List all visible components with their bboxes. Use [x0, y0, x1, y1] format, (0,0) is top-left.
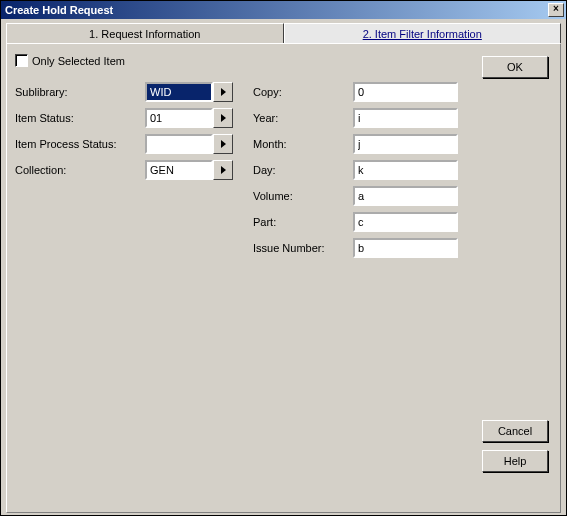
titlebar: Create Hold Request ×: [1, 1, 566, 19]
help-button-label: Help: [504, 455, 527, 467]
help-button[interactable]: Help: [482, 450, 548, 472]
copy-label: Copy:: [253, 86, 282, 98]
ok-button[interactable]: OK: [482, 56, 548, 78]
issue-number-input[interactable]: [353, 238, 458, 258]
day-input[interactable]: [353, 160, 458, 180]
only-selected-item-row: Only Selected Item: [15, 54, 552, 67]
tab-item-filter-information[interactable]: 2. Item Filter Information: [284, 23, 562, 43]
cancel-button[interactable]: Cancel: [482, 420, 548, 442]
close-icon[interactable]: ×: [548, 3, 564, 17]
collection-label: Collection:: [15, 164, 66, 176]
sublibrary-input[interactable]: [145, 82, 213, 102]
sublibrary-picker-button[interactable]: [213, 82, 233, 102]
sublibrary-label: Sublibrary:: [15, 86, 68, 98]
form-panel: Only Selected Item Sublibrary: Item Stat…: [6, 43, 561, 513]
part-label: Part:: [253, 216, 276, 228]
copy-input[interactable]: [353, 82, 458, 102]
item-status-label: Item Status:: [15, 112, 74, 124]
issue-number-label: Issue Number:: [253, 242, 325, 254]
only-selected-item-label: Only Selected Item: [32, 55, 125, 67]
cancel-button-label: Cancel: [498, 425, 532, 437]
tab-bar: 1. Request Information 2. Item Filter In…: [6, 23, 561, 43]
item-status-input[interactable]: [145, 108, 213, 128]
item-status-picker-button[interactable]: [213, 108, 233, 128]
year-input[interactable]: [353, 108, 458, 128]
month-label: Month:: [253, 138, 287, 150]
item-process-status-input[interactable]: [145, 134, 213, 154]
month-input[interactable]: [353, 134, 458, 154]
window-title: Create Hold Request: [3, 4, 113, 16]
part-input[interactable]: [353, 212, 458, 232]
create-hold-request-window: Create Hold Request × 1. Request Informa…: [0, 0, 567, 516]
day-label: Day:: [253, 164, 276, 176]
tab-label: 2. Item Filter Information: [363, 28, 482, 40]
collection-picker-button[interactable]: [213, 160, 233, 180]
only-selected-item-checkbox[interactable]: [15, 54, 28, 67]
item-process-status-picker-button[interactable]: [213, 134, 233, 154]
volume-label: Volume:: [253, 190, 293, 202]
bottom-button-stack: Cancel Help: [482, 420, 548, 472]
volume-input[interactable]: [353, 186, 458, 206]
tab-label: 1. Request Information: [89, 28, 200, 40]
ok-button-label: OK: [507, 61, 523, 73]
year-label: Year:: [253, 112, 278, 124]
form-area: Sublibrary: Item Status: Item Process St…: [15, 79, 552, 261]
top-button-stack: OK: [482, 56, 548, 78]
item-process-status-label: Item Process Status:: [15, 138, 116, 150]
tab-request-information[interactable]: 1. Request Information: [6, 23, 284, 43]
collection-input[interactable]: [145, 160, 213, 180]
